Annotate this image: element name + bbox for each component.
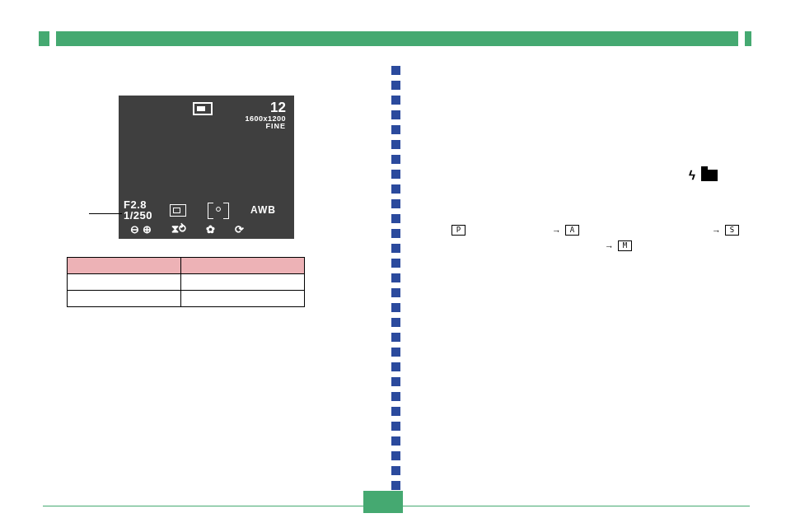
white-balance-label: AWB — [250, 204, 276, 216]
shutter-value: 1/250 — [124, 210, 152, 221]
table-header-b — [180, 258, 304, 274]
page-number-badge — [363, 491, 403, 513]
table-row — [68, 291, 305, 307]
exposure-readout: F2.8 1/250 — [124, 199, 152, 221]
camera-lcd-screen: 12 1600x1200 FINE F2.8 1/250 AWB ⊖ ⊕ ⧗⥁ … — [119, 96, 294, 239]
mode-a-box: A — [565, 225, 579, 236]
metering-icon — [208, 203, 229, 217]
flash-folder-icons: ϟ — [688, 168, 718, 183]
table-header-a — [68, 258, 181, 274]
shots-remaining: 12 — [245, 100, 286, 115]
header-gap-right — [738, 31, 745, 46]
arrow-icon: → — [605, 241, 614, 251]
zoom-icon: ⊖ ⊕ — [130, 223, 152, 236]
single-frame-icon — [193, 102, 213, 115]
mode-m-box: M — [618, 240, 632, 251]
flash-cycle-icon: ⧗⥁ — [171, 222, 186, 236]
table-row — [68, 274, 305, 291]
arrow-icon: → — [712, 226, 721, 236]
mode-p-box: P — [451, 225, 466, 236]
callout-line — [89, 213, 122, 214]
macro-icon: ✿ — [206, 223, 215, 236]
arrow-icon: → — [552, 226, 561, 236]
settings-table — [67, 257, 305, 307]
timer-icon: ⟳ — [235, 223, 244, 236]
quality-label: FINE — [245, 123, 286, 130]
column-divider — [391, 66, 401, 490]
mode-s-box: S — [725, 225, 739, 236]
flash-icon: ϟ — [688, 168, 696, 183]
header-gap-left — [49, 31, 56, 46]
drive-mode-icon — [170, 204, 186, 217]
header-bar — [41, 31, 751, 46]
folder-icon — [701, 170, 718, 181]
